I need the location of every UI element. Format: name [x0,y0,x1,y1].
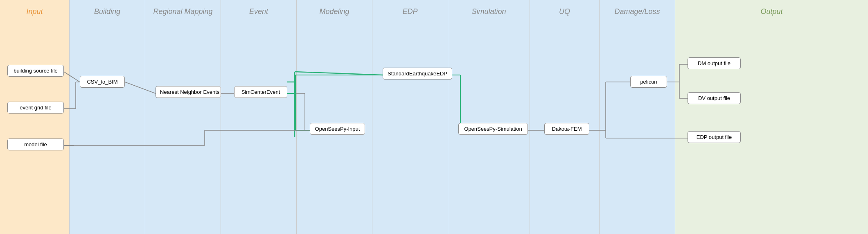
col-header-regional: Regional Mapping [145,0,221,20]
column-simulation: Simulation [448,0,530,234]
node-pelicun[interactable]: pelicun [630,76,667,88]
col-header-damage: Damage/Loss [600,0,675,20]
col-header-modeling: Modeling [297,0,372,20]
node-simcenter-event[interactable]: SimCenterEvent [234,86,287,98]
column-damage: Damage/Loss [600,0,675,234]
column-regional: Regional Mapping [145,0,221,234]
col-header-output: Output [675,0,868,20]
col-header-edp: EDP [372,0,448,20]
node-dakota-fem[interactable]: Dakota-FEM [544,123,589,135]
col-header-input: Input [0,0,69,20]
node-openseespy-simulation[interactable]: OpenSeesPy-Simulation [458,123,528,135]
col-header-event: Event [221,0,296,20]
node-edp-output[interactable]: EDP output file [688,131,741,143]
node-csv-to-bim[interactable]: CSV_to_BIM [80,76,125,88]
node-model-file[interactable]: model file [7,139,64,150]
column-edp: EDP [372,0,448,234]
node-standard-earthquake-edp[interactable]: StandardEarthquakeEDP [383,68,452,80]
column-building: Building [70,0,145,234]
column-event: Event [221,0,297,234]
column-modeling: Modeling [297,0,372,234]
column-input: Input [0,0,70,234]
node-building-source-file[interactable]: building source file [7,65,64,77]
node-event-grid-file[interactable]: event grid file [7,102,64,114]
col-header-uq: UQ [530,0,599,20]
col-header-building: Building [70,0,145,20]
column-uq: UQ [530,0,600,234]
node-openseespy-input[interactable]: OpenSeesPy-Input [310,123,365,135]
node-dv-output[interactable]: DV output file [688,92,741,104]
column-output: Output [675,0,868,234]
node-nearest-neighbor[interactable]: Nearest Neighbor Events [156,86,221,98]
col-header-simulation: Simulation [448,0,530,20]
node-dm-output[interactable]: DM output file [688,57,741,69]
pipeline-container: Input Building Regional Mapping Event Mo… [0,0,868,234]
